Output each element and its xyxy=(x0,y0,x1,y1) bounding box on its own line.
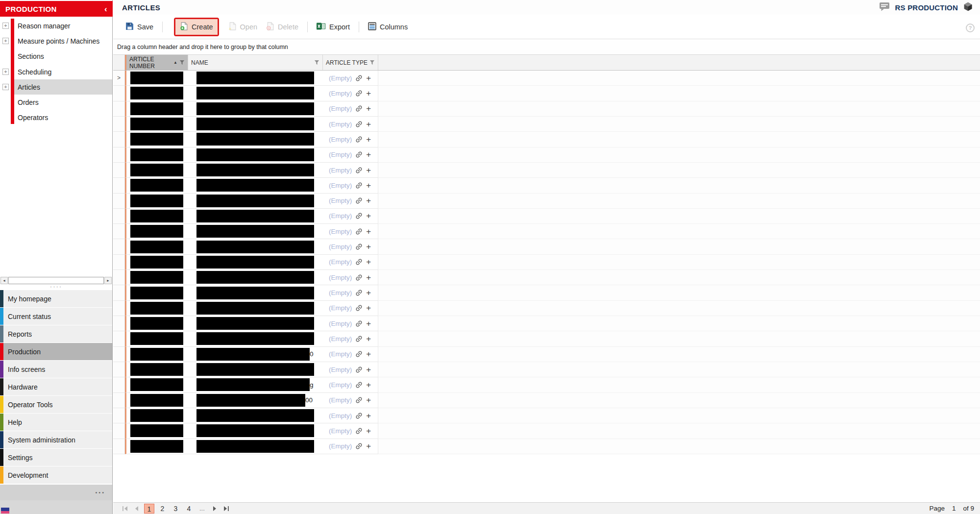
filter-icon[interactable] xyxy=(369,60,375,65)
article-number-cell[interactable] xyxy=(125,209,188,224)
article-number-cell[interactable] xyxy=(125,377,188,392)
add-article-type-icon[interactable]: + xyxy=(366,442,371,450)
link-icon[interactable] xyxy=(355,412,363,420)
article-type-cell[interactable]: (Empty) + xyxy=(323,285,378,300)
feedback-chat-icon[interactable] xyxy=(879,2,890,13)
article-number-cell[interactable] xyxy=(125,163,188,178)
save-button[interactable]: Save xyxy=(121,19,158,35)
table-row[interactable]: (Empty) + xyxy=(113,270,980,285)
page-number-button[interactable]: 2 xyxy=(157,504,168,514)
add-article-type-icon[interactable]: + xyxy=(366,181,371,190)
article-number-cell[interactable] xyxy=(125,270,188,285)
table-row[interactable]: (Empty) + xyxy=(113,239,980,254)
article-number-cell[interactable] xyxy=(125,194,188,209)
add-article-type-icon[interactable]: + xyxy=(366,258,371,266)
name-cell[interactable] xyxy=(188,163,323,178)
page-number-button[interactable]: 4 xyxy=(184,504,194,514)
add-article-type-icon[interactable]: + xyxy=(366,335,371,343)
previous-page-icon[interactable] xyxy=(131,506,143,512)
nav-item-settings[interactable]: Settings xyxy=(0,449,112,466)
expand-icon[interactable]: + xyxy=(2,69,9,75)
name-cell[interactable] xyxy=(188,209,323,224)
group-by-bar[interactable]: Drag a column header and drop it here to… xyxy=(113,39,980,55)
link-icon[interactable] xyxy=(355,150,363,159)
table-row[interactable]: (Empty) + xyxy=(113,316,980,331)
add-article-type-icon[interactable]: + xyxy=(366,150,371,159)
article-type-cell[interactable]: (Empty) + xyxy=(323,86,378,101)
link-icon[interactable] xyxy=(355,212,363,220)
delete-button[interactable]: Delete xyxy=(262,19,303,35)
nav-item-system-administration[interactable]: System administration xyxy=(0,431,112,448)
nav-item-info-screens[interactable]: Info screens xyxy=(0,361,112,378)
link-icon[interactable] xyxy=(355,74,363,82)
add-article-type-icon[interactable]: + xyxy=(366,289,371,297)
article-number-cell[interactable] xyxy=(125,178,188,193)
name-cell[interactable] xyxy=(188,194,323,209)
link-icon[interactable] xyxy=(355,304,363,312)
collapse-sidebar-icon[interactable]: ‹ xyxy=(104,5,107,13)
page-number-button[interactable]: 1 xyxy=(144,504,154,514)
pager-ellipsis[interactable]: ... xyxy=(199,505,205,512)
link-icon[interactable] xyxy=(355,258,363,266)
sidebar-item-measure-points-machines[interactable]: + Measure points / Machines xyxy=(0,33,112,49)
sidebar-item-articles[interactable]: + Articles xyxy=(0,79,112,95)
table-row[interactable]: (Empty) + xyxy=(113,331,980,346)
article-number-cell[interactable] xyxy=(125,362,188,377)
link-icon[interactable] xyxy=(355,335,363,343)
name-cell[interactable] xyxy=(188,316,323,331)
table-row[interactable]: (Empty) + xyxy=(113,285,980,300)
name-cell[interactable] xyxy=(188,255,323,270)
article-number-cell[interactable] xyxy=(125,239,188,254)
add-article-type-icon[interactable]: + xyxy=(366,212,371,220)
add-article-type-icon[interactable]: + xyxy=(366,366,371,374)
table-row[interactable]: (Empty) + xyxy=(113,147,980,163)
name-cell[interactable] xyxy=(188,439,323,454)
add-article-type-icon[interactable]: + xyxy=(366,273,371,282)
add-article-type-icon[interactable]: + xyxy=(366,381,371,389)
article-type-cell[interactable]: (Empty) + xyxy=(323,316,378,331)
article-type-cell[interactable]: (Empty) + xyxy=(323,423,378,439)
link-icon[interactable] xyxy=(355,89,363,98)
scroll-right-icon[interactable]: ► xyxy=(104,277,112,284)
article-type-cell[interactable]: (Empty) + xyxy=(323,209,378,224)
nav-item-help[interactable]: Help xyxy=(0,414,112,431)
article-type-cell[interactable]: (Empty) + xyxy=(323,362,378,377)
filter-icon[interactable] xyxy=(179,60,185,65)
link-icon[interactable] xyxy=(355,381,363,389)
article-type-cell[interactable]: (Empty) + xyxy=(323,224,378,239)
nav-item-development[interactable]: Development xyxy=(0,466,112,484)
columns-button[interactable]: Columns xyxy=(364,19,412,35)
name-cell[interactable] xyxy=(188,270,323,285)
article-number-cell[interactable] xyxy=(125,393,188,408)
article-type-cell[interactable]: (Empty) + xyxy=(323,163,378,178)
name-cell[interactable] xyxy=(188,301,323,316)
article-number-cell[interactable] xyxy=(125,331,188,346)
article-number-cell[interactable] xyxy=(125,301,188,316)
name-cell[interactable] xyxy=(188,408,323,423)
name-cell[interactable] xyxy=(188,71,323,86)
article-number-cell[interactable] xyxy=(125,423,188,439)
table-row[interactable]: (Empty) + xyxy=(113,255,980,270)
link-icon[interactable] xyxy=(355,396,363,404)
article-number-cell[interactable] xyxy=(125,86,188,101)
table-row[interactable]: (Empty) + xyxy=(113,224,980,239)
article-type-cell[interactable]: (Empty) + xyxy=(323,393,378,408)
first-page-icon[interactable] xyxy=(119,506,131,512)
article-number-cell[interactable] xyxy=(125,316,188,331)
table-row[interactable]: (Empty) + xyxy=(113,163,980,178)
link-icon[interactable] xyxy=(355,273,363,282)
article-type-cell[interactable]: (Empty) + xyxy=(323,270,378,285)
link-icon[interactable] xyxy=(355,350,363,358)
table-row[interactable]: 00 (Empty) + xyxy=(113,393,980,408)
expand-icon[interactable]: + xyxy=(2,38,9,44)
article-type-cell[interactable]: (Empty) + xyxy=(323,331,378,346)
name-cell[interactable] xyxy=(188,423,323,439)
link-icon[interactable] xyxy=(355,319,363,328)
table-row[interactable]: > (Empty) + xyxy=(113,71,980,86)
sidebar-item-operators[interactable]: Operators xyxy=(0,110,112,125)
article-type-cell[interactable]: (Empty) + xyxy=(323,377,378,392)
add-article-type-icon[interactable]: + xyxy=(366,196,371,205)
article-number-cell[interactable] xyxy=(125,132,188,147)
table-row[interactable]: g (Empty) + xyxy=(113,377,980,392)
link-icon[interactable] xyxy=(355,135,363,144)
